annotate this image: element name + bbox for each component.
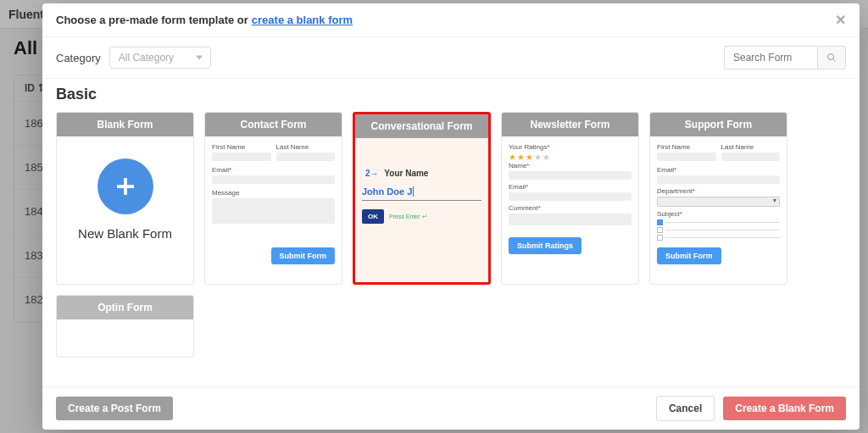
star-rating: ★★★★★ — [509, 153, 632, 162]
card-title: Optin Form — [57, 296, 193, 319]
search-input[interactable] — [724, 46, 817, 69]
card-title: Blank Form — [57, 113, 193, 136]
field-label: Subject — [657, 210, 680, 218]
search-button[interactable] — [817, 46, 846, 69]
card-title: Conversational Form — [355, 114, 488, 138]
svg-point-0 — [828, 54, 834, 60]
card-title: Contact Form — [205, 113, 342, 136]
blank-form-label: New Blank Form — [64, 226, 186, 241]
field-label: Your Ratings — [509, 143, 548, 151]
conv-step: 2→ Your Name — [362, 169, 481, 178]
ok-button: OK — [362, 209, 384, 224]
search-icon — [826, 53, 837, 63]
submit-button: Submit Ratings — [509, 237, 581, 254]
card-title: Support Form — [650, 113, 787, 136]
field-label: Last Name — [276, 143, 336, 151]
template-card-optin[interactable]: Optin Form — [56, 295, 194, 358]
conv-answer: John Doe J — [362, 186, 481, 201]
plus-icon — [97, 158, 153, 214]
category-value: All Category — [119, 52, 174, 64]
svg-line-1 — [833, 59, 836, 62]
field-label: Message — [212, 189, 335, 197]
template-modal: Choose a pre-made form template or creat… — [42, 3, 860, 430]
modal-prompt: Choose a pre-made form template or — [56, 14, 248, 26]
modal-body: Basic Blank Form New Blank Form Contact … — [42, 79, 860, 386]
modal-footer: Create a Post Form Cancel Create a Blank… — [42, 386, 860, 430]
field-label: Name — [509, 162, 526, 169]
field-label: Email — [657, 166, 674, 174]
template-card-blank[interactable]: Blank Form New Blank Form — [56, 112, 194, 285]
field-label: First Name — [212, 143, 271, 151]
category-select[interactable]: All Category — [109, 47, 211, 69]
field-label: Email — [509, 183, 526, 191]
template-card-newsletter[interactable]: Newsletter Form Your Ratings* ★★★★★ Name… — [501, 112, 639, 285]
template-card-support[interactable]: Support Form First Name Last Name Email*… — [649, 112, 787, 285]
press-enter-hint: Press Enter ↵ — [389, 214, 427, 220]
field-label: First Name — [657, 143, 716, 151]
create-post-form-button[interactable]: Create a Post Form — [56, 397, 173, 420]
submit-button: Submit Form — [271, 247, 336, 264]
modal-header: Choose a pre-made form template or creat… — [42, 3, 860, 37]
modal-toolbar: Category All Category — [42, 37, 860, 79]
template-card-contact[interactable]: Contact Form First Name Last Name Email*… — [204, 112, 342, 285]
field-label: Department — [657, 187, 693, 195]
card-title: Newsletter Form — [502, 113, 638, 136]
close-icon[interactable]: ✕ — [835, 12, 846, 28]
cancel-button[interactable]: Cancel — [656, 396, 715, 421]
field-label: Last Name — [721, 143, 781, 151]
create-blank-form-button[interactable]: Create a Blank Form — [723, 397, 846, 420]
section-title: Basic — [56, 86, 846, 103]
field-label: Email — [212, 166, 229, 174]
template-card-conversational[interactable]: Conversational Form 2→ Your Name John Do… — [353, 112, 491, 285]
field-label: Comment — [509, 204, 538, 212]
submit-button: Submit Form — [657, 247, 721, 264]
create-blank-link[interactable]: create a blank form — [252, 14, 353, 26]
category-label: Category — [56, 52, 101, 64]
